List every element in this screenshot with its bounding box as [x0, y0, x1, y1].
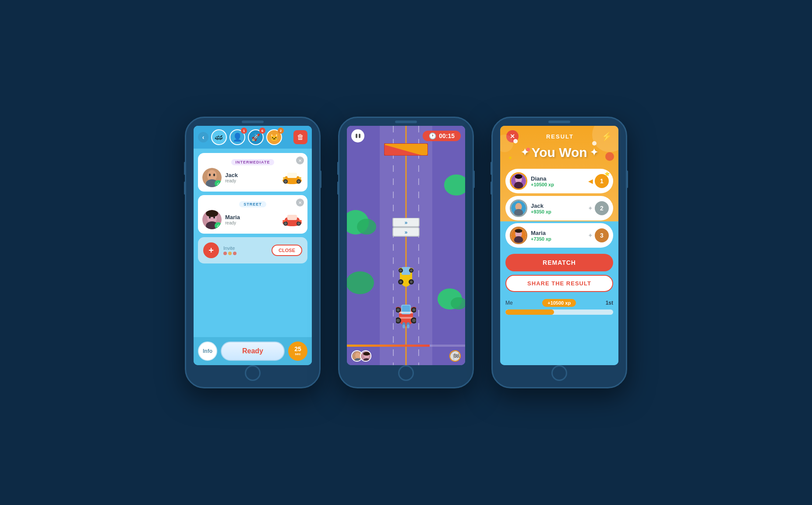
race-avatars: 🏁: [347, 350, 465, 362]
lobby-screen: ‹ 🏎 👤 1 🚀 6 🐱 2 🗑: [194, 126, 312, 365]
phone-3-vol-btn-1: [491, 162, 492, 175]
invite-card: + Invite CLOSE: [198, 237, 307, 263]
timer-value: 00:15: [439, 132, 455, 139]
phone-2-home-btn[interactable]: [398, 365, 414, 381]
svg-point-4: [213, 174, 215, 176]
jack-rank-number: 2: [600, 205, 604, 212]
invite-close-button[interactable]: CLOSE: [272, 245, 302, 256]
confetti-3: [592, 141, 597, 146]
results-actions: REMATCH SHARE THE RESULT: [500, 250, 618, 295]
share-button[interactable]: SHARE THE RESULT: [505, 275, 613, 292]
deco-circle-3: [605, 152, 614, 161]
svg-point-18: [209, 217, 211, 219]
svg-point-55: [410, 281, 413, 283]
maria-car-icon: [281, 210, 303, 229]
race-avatar-group: [351, 350, 371, 362]
svg-point-31: [444, 174, 465, 196]
svg-point-75: [413, 309, 416, 312]
badge-count-2: 6: [259, 128, 265, 134]
jack-star-icon: ✦: [588, 205, 593, 212]
svg-point-30: [357, 219, 376, 235]
info-button[interactable]: Info: [198, 341, 217, 361]
diana-xp: +10500 xp: [531, 182, 554, 187]
maria-info: Maria ready: [225, 214, 240, 225]
barrier-top: [384, 143, 428, 157]
jack-rank-area: ✦ 2: [588, 201, 609, 215]
diana-info: Diana +10500 xp: [531, 175, 554, 187]
player-car: [396, 298, 416, 330]
svg-point-91: [515, 174, 523, 179]
diana-rank-area: ◀ 1 ⭐: [588, 174, 609, 188]
jack-car-icon: [281, 168, 303, 187]
maria-level-badge: STREET: [239, 201, 266, 207]
svg-rect-49: [402, 267, 410, 275]
maria-check-badge: ✓: [215, 222, 222, 229]
svg-point-99: [514, 236, 523, 244]
game-road: » »: [347, 126, 465, 365]
svg-point-95: [514, 209, 523, 217]
phone-1-speaker: [242, 121, 264, 123]
race-avatar-finish: 🏁: [449, 350, 461, 362]
jack-check-badge: ✓: [215, 180, 222, 187]
svg-point-69: [396, 319, 400, 322]
diana-name: Diana: [531, 175, 554, 182]
maria-card: ✕ STREET: [198, 195, 307, 234]
pause-icon: [356, 134, 360, 138]
pause-button[interactable]: [351, 129, 364, 142]
timer-unit: sec: [295, 352, 300, 356]
race-avatar-2: [360, 350, 371, 362]
maria-status: ready: [225, 220, 240, 225]
avatar-badge-1[interactable]: 🏎: [211, 129, 227, 145]
tree-left-2: [347, 266, 378, 296]
phone-2-game: » »: [338, 117, 474, 388]
svg-rect-22: [287, 215, 297, 220]
svg-point-19: [213, 217, 215, 219]
result-progress-fill: [505, 309, 554, 315]
jack-rank-badge: 2: [595, 201, 609, 215]
diana-star: ⭐: [604, 171, 610, 176]
confetti-4: [509, 156, 512, 159]
results-footer: Me +10500 xp 1st: [500, 295, 618, 318]
back-button[interactable]: ‹: [198, 132, 208, 142]
confetti-1: [513, 139, 518, 143]
svg-point-98: [515, 229, 523, 233]
svg-point-58: [399, 269, 402, 272]
phone-3-home-btn[interactable]: [551, 365, 567, 381]
svg-point-11: [297, 180, 300, 183]
clock-icon: 🕐: [429, 132, 436, 139]
diana-avatar: [510, 172, 527, 190]
ready-button[interactable]: Ready: [221, 341, 285, 361]
tree-right-2: [437, 284, 465, 312]
phone-3-speaker: [548, 121, 570, 123]
svg-rect-7: [287, 173, 297, 178]
results-list: Diana +10500 xp ◀ 1 ⭐: [500, 166, 618, 250]
avatar-badge-3[interactable]: 🚀 6: [248, 129, 264, 145]
jack-result-avatar: [510, 199, 527, 217]
maria-star-icon: ✦: [588, 232, 593, 239]
diana-arrow: ◀: [588, 178, 593, 185]
maria-result-xp: +7350 xp: [531, 236, 551, 242]
invite-plus-button[interactable]: +: [203, 242, 219, 258]
phone-3-results: ✕ RESULT ⚡ ✦ You Won ✦: [491, 117, 627, 388]
svg-point-59: [410, 269, 413, 272]
svg-point-85: [363, 352, 370, 356]
avatar-badge-4[interactable]: 🐱 2: [266, 129, 282, 145]
jack-card: ✕ INTERMEDIATE: [198, 153, 307, 192]
result-row-diana: Diana +10500 xp ◀ 1 ⭐: [505, 169, 613, 193]
maria-close-button[interactable]: ✕: [296, 199, 304, 206]
jack-close-button[interactable]: ✕: [296, 156, 304, 164]
svg-point-73: [397, 309, 400, 312]
maria-result-name: Maria: [531, 230, 551, 236]
phone-1-home-btn[interactable]: [245, 365, 261, 381]
jack-info: Jack ready: [225, 172, 238, 183]
trash-button[interactable]: 🗑: [293, 130, 307, 144]
avatar-badge-2[interactable]: 👤 1: [229, 129, 245, 145]
svg-rect-65: [399, 317, 413, 319]
phone-2-vol-btn-1: [337, 162, 339, 175]
rematch-button[interactable]: REMATCH: [505, 254, 613, 271]
lobby-footer: Info Ready 25 sec: [194, 337, 312, 365]
result-progress-bar: [505, 309, 613, 315]
svg-text:»: »: [405, 229, 408, 235]
race-progress-bar: [347, 345, 465, 347]
results-screen: ✕ RESULT ⚡ ✦ You Won ✦: [500, 126, 618, 365]
